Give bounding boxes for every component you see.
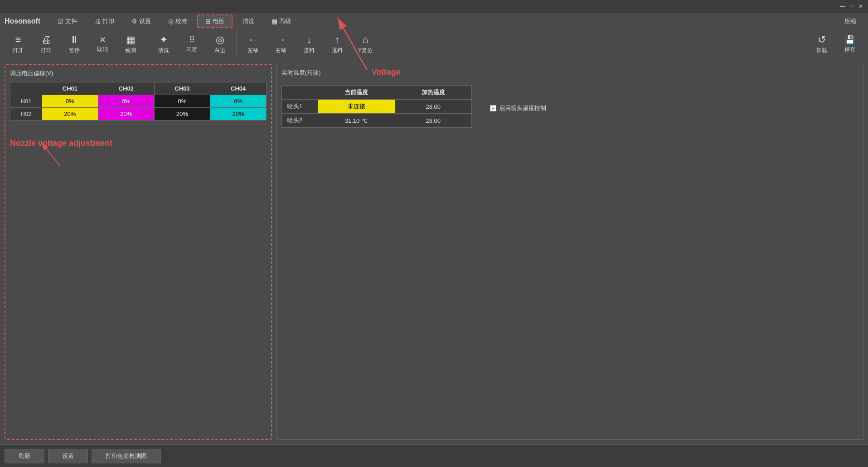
temp-panel-title: 实时温度(只读): [281, 69, 858, 77]
feed-label: 进料: [304, 47, 315, 54]
menu-compress[interactable]: 压缩: [837, 14, 863, 28]
settings-icon: ⚙: [131, 18, 137, 25]
pause-icon: ⏸: [69, 35, 79, 45]
row-h02-label: H02: [10, 108, 42, 120]
maximize-button[interactable]: □: [848, 3, 855, 10]
cancel-icon: ✕: [99, 36, 106, 44]
temp-col-empty: [282, 86, 318, 100]
menu-print[interactable]: 🖨 打印: [87, 14, 121, 28]
toolbar-print[interactable]: 🖨 打印: [33, 31, 60, 58]
menu-advanced[interactable]: ▦ 高级: [264, 14, 298, 28]
open-label: 打开: [13, 47, 24, 54]
menu-voltage[interactable]: ⊟ 电压: [197, 14, 233, 28]
separator-1: [147, 33, 147, 56]
clean-label: 清洗: [158, 47, 169, 54]
voltage-panel-title: 调压电压偏移(V): [10, 69, 267, 77]
menu-calibrate[interactable]: ◎ 校准: [161, 14, 194, 28]
temp-table: 当前温度 加热温度 喷头1 未连接 28.00 喷头2 31.10 ℃ 28.0…: [281, 85, 472, 128]
voltage-icon: ⊟: [205, 18, 211, 25]
checkbox-area[interactable]: ✓ 启用喷头温度控制: [490, 82, 546, 112]
toolbar-reload[interactable]: ↺ 加载: [808, 31, 835, 58]
table-row: H02 20% 20% 20% 20%: [10, 108, 267, 120]
cell-h02-ch01[interactable]: 20%: [42, 108, 98, 120]
separator-2: [236, 33, 237, 56]
toolbar-left[interactable]: ← 左移: [239, 31, 267, 58]
right-label: 右移: [276, 47, 286, 54]
retract-icon: ↑: [335, 35, 340, 45]
refresh-button[interactable]: 刷新: [5, 449, 44, 463]
toolbar-save[interactable]: 💾 保存: [836, 31, 863, 58]
reload-label: 加载: [816, 47, 827, 54]
cell-h01-ch03[interactable]: 0%: [154, 95, 210, 108]
menu-file[interactable]: ☑ 文件: [50, 14, 84, 28]
clean-icon: ✦: [160, 35, 168, 45]
voltage-panel: 调压电压偏移(V) CH01 CH02 CH03 CH04 H01 0% 0% …: [5, 64, 272, 440]
cancel-label: 取消: [97, 46, 108, 53]
left-icon: ←: [248, 35, 258, 45]
print-diff-button[interactable]: 打印色差检测图: [92, 449, 161, 463]
toolbar-right[interactable]: → 右移: [267, 31, 295, 58]
flash-label: 闪喷: [186, 46, 197, 53]
cell-h02-ch02[interactable]: 20%: [98, 108, 154, 120]
right-icon: →: [276, 35, 286, 45]
toolbar-detect[interactable]: ▦ 检测: [117, 31, 144, 58]
nozzle1-label: 喷头1: [282, 100, 318, 114]
reload-icon: ↺: [818, 35, 826, 45]
close-button[interactable]: ✕: [857, 3, 864, 10]
toolbar-clean[interactable]: ✦ 清洗: [150, 31, 177, 58]
temp-control-checkbox[interactable]: ✓ 启用喷头温度控制: [490, 104, 546, 112]
title-bar: — □ ✕: [0, 0, 868, 13]
settings-button[interactable]: 设置: [48, 449, 88, 463]
toolbar: ≡ 打开 🖨 打印 ⏸ 暂停 ✕ 取消 ▦ 检测 ✦ 清洗 ⠿ 闪喷 ◎ 白边 …: [0, 30, 868, 59]
home-y-label: Y复位: [358, 47, 373, 54]
table-row: H01 0% 0% 0% 0%: [10, 95, 267, 108]
menu-file-label: 文件: [65, 17, 77, 25]
minimize-button[interactable]: —: [839, 3, 846, 10]
checkbox-label-text: 启用喷头温度控制: [499, 104, 546, 112]
temp-col-heating: 加热温度: [395, 86, 472, 100]
col-empty: [10, 82, 42, 95]
cell-h01-ch01[interactable]: 0%: [42, 95, 98, 108]
cell-h02-ch04[interactable]: 20%: [210, 108, 267, 120]
row-h01-label: H01: [10, 95, 42, 108]
calibrate-icon: ◎: [168, 18, 174, 25]
menu-calibrate-label: 校准: [175, 17, 187, 25]
menu-advanced-label: 高级: [279, 17, 291, 25]
detect-label: 检测: [125, 47, 136, 54]
toolbar-feed[interactable]: ↓ 进料: [296, 31, 323, 58]
cell-h01-ch04[interactable]: 0%: [210, 95, 267, 108]
menu-clean[interactable]: 清洗: [235, 14, 262, 28]
menu-print-label: 打印: [102, 17, 114, 25]
print-icon: 🖨: [94, 18, 101, 25]
toolbar-white[interactable]: ◎ 白边: [206, 31, 233, 58]
col-ch03: CH03: [154, 82, 210, 95]
toolbar-open[interactable]: ≡ 打开: [5, 31, 32, 58]
toolbar-flash[interactable]: ⠿ 闪喷: [178, 31, 205, 58]
nozzle2-current: 31.10 ℃: [318, 114, 395, 128]
white-label: 白边: [214, 47, 225, 54]
bottom-bar: 刷新 设置 打印色差检测图: [0, 444, 868, 467]
toolbar-cancel[interactable]: ✕ 取消: [89, 31, 116, 58]
advanced-icon: ▦: [272, 18, 277, 25]
toolbar-home-y[interactable]: ⌂ Y复位: [352, 31, 379, 58]
nozzle2-heating: 28.00: [395, 114, 472, 128]
toolbar-pause[interactable]: ⏸ 暂停: [61, 31, 88, 58]
cell-h01-ch02[interactable]: 0%: [98, 95, 154, 108]
home-y-icon: ⌂: [362, 35, 368, 45]
table-row: 喷头1 未连接 28.00: [282, 100, 472, 114]
retract-label: 退料: [332, 47, 343, 54]
svg-line-1: [42, 143, 60, 166]
flash-icon: ⠿: [189, 36, 195, 44]
menu-compress-label: 压缩: [844, 17, 856, 25]
main-content: 调压电压偏移(V) CH01 CH02 CH03 CH04 H01 0% 0% …: [0, 59, 868, 444]
toolbar-retract[interactable]: ↑ 退料: [324, 31, 351, 58]
col-ch04: CH04: [210, 82, 267, 95]
checkbox-box[interactable]: ✓: [490, 105, 496, 111]
temp-panel: 实时温度(只读) 当前温度 加热温度 喷头1 未连接 28.00: [276, 64, 863, 440]
menu-clean-label: 清洗: [242, 17, 254, 25]
cell-h02-ch03[interactable]: 20%: [154, 108, 210, 120]
save-label: 保存: [844, 46, 855, 53]
menu-settings-label: 设置: [139, 17, 151, 25]
menu-settings[interactable]: ⚙ 设置: [124, 14, 158, 28]
col-ch02: CH02: [98, 82, 154, 95]
